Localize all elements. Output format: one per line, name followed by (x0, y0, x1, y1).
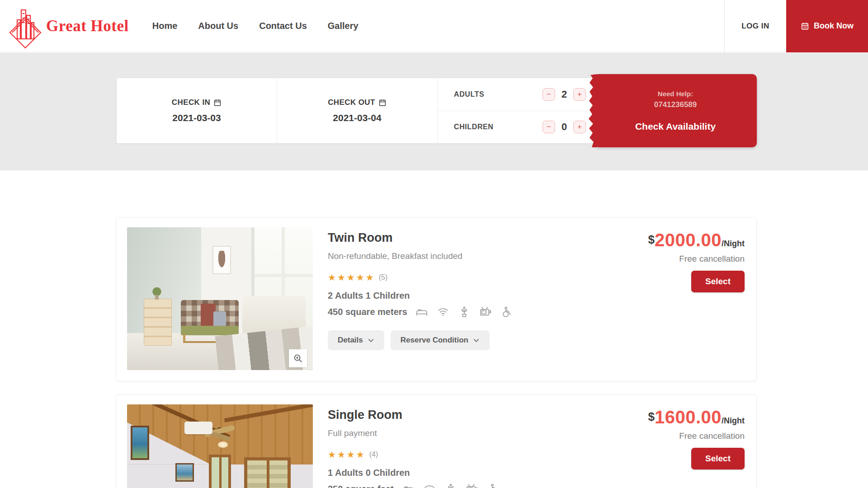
adults-decrement-button[interactable]: − (542, 88, 555, 101)
price-amount: 1600.00 (655, 407, 722, 427)
calendar-icon (213, 99, 222, 107)
check-availability-button[interactable]: Check Availability (635, 121, 716, 132)
hotel-buildings-icon (7, 4, 43, 49)
check-in-field[interactable]: CHECK IN 2021-03-03 (117, 78, 277, 143)
adults-row: ADULTS − 2 + (438, 78, 596, 111)
adults-count: 2 (561, 89, 568, 100)
check-availability-panel: Need Help: 0741236589 Check Availability (594, 74, 757, 147)
currency-symbol: $ (648, 233, 654, 246)
details-label: Details (338, 336, 363, 345)
nav-item-home[interactable]: Home (152, 21, 178, 31)
check-in-date[interactable]: 2021-03-03 (172, 113, 221, 123)
book-now-label: Book Now (814, 21, 854, 31)
tv-icon (479, 305, 492, 318)
wheelchair-icon (487, 483, 500, 488)
need-help-label: Need Help: (658, 90, 693, 98)
children-count: 0 (561, 121, 568, 133)
room-occupancy: 2 Adults 1 Children (328, 291, 607, 301)
price-amount: 2000.00 (655, 230, 722, 250)
room-rating: ★★★★ (4) (328, 449, 607, 460)
children-row: CHILDREN − 0 + (438, 111, 596, 144)
price-line: $2000.00/Night (607, 230, 745, 250)
reserve-condition-label: Reserve Condition (401, 336, 468, 345)
room-description: Non-refundable, Breakfast included (328, 251, 607, 261)
tv-icon (466, 483, 478, 488)
help-phone-number: 0741236589 (654, 100, 697, 109)
room-size-row: 350 square feet (328, 483, 607, 488)
room-card-twin: Twin Room Non-refundable, Breakfast incl… (116, 217, 757, 381)
room-name: Twin Room (328, 231, 607, 245)
children-label: CHILDREN (454, 123, 493, 131)
nav-item-contact[interactable]: Contact Us (259, 21, 307, 31)
per-night-label: /Night (722, 239, 745, 248)
nav-item-gallery[interactable]: Gallery (328, 21, 359, 31)
check-in-label: CHECK IN (172, 98, 210, 107)
room-size: 350 square feet (328, 484, 394, 488)
plant-icon (444, 483, 457, 488)
wheelchair-icon (500, 305, 513, 318)
availability-search-section: CHECK IN 2021-03-03 CHECK OUT 2021-03-04… (0, 53, 868, 170)
bed-icon (402, 483, 415, 488)
login-button[interactable]: LOG IN (725, 0, 786, 52)
children-stepper: − 0 + (542, 121, 586, 133)
amenities-icons (415, 305, 513, 318)
brand-logo[interactable]: Great Hotel (7, 4, 129, 49)
availability-search-card: CHECK IN 2021-03-03 CHECK OUT 2021-03-04… (117, 78, 757, 143)
children-decrement-button[interactable]: − (542, 121, 555, 133)
room-occupancy: 1 Adults 0 Children (328, 468, 607, 478)
room-photo-single[interactable] (127, 404, 313, 488)
wifi-icon (437, 305, 449, 318)
reserve-condition-dropdown-button[interactable]: Reserve Condition (391, 330, 490, 350)
room-info: Twin Room Non-refundable, Breakfast incl… (328, 218, 607, 381)
star-icons: ★★★★★ (328, 272, 375, 283)
room-price-block: $1600.00/Night Free cancellation Select (607, 395, 756, 488)
room-results-list: Twin Room Non-refundable, Breakfast incl… (0, 170, 868, 488)
chevron-down-icon (473, 337, 480, 344)
top-navigation-bar: Great Hotel Home About Us Contact Us Gal… (0, 0, 868, 52)
header-actions: LOG IN Book Now (724, 0, 868, 52)
room-info: Single Room Full payment ★★★★ (4) 1 Adul… (328, 395, 607, 488)
check-out-date[interactable]: 2021-03-04 (333, 113, 381, 123)
room-description: Full payment (328, 428, 607, 438)
cancellation-note: Free cancellation (607, 254, 745, 264)
wifi-icon (423, 483, 436, 488)
currency-symbol: $ (648, 410, 654, 423)
bed-icon (415, 305, 428, 318)
photo-zoom-button[interactable] (289, 349, 307, 367)
room-size-row: 450 square meters (328, 305, 607, 318)
select-room-button[interactable]: Select (691, 271, 745, 292)
select-room-button[interactable]: Select (691, 448, 745, 469)
main-nav: Home About Us Contact Us Gallery (152, 21, 359, 31)
room-name: Single Room (328, 408, 607, 422)
cancellation-note: Free cancellation (607, 431, 745, 441)
adults-label: ADULTS (454, 90, 484, 99)
chevron-down-icon (368, 337, 374, 344)
calendar-icon (378, 99, 387, 107)
check-out-label: CHECK OUT (328, 98, 375, 107)
magnifier-plus-icon (293, 353, 303, 363)
room-size: 450 square meters (328, 307, 407, 317)
room-actions: Details Reserve Condition (328, 330, 607, 350)
plant-icon (458, 305, 471, 318)
check-out-field[interactable]: CHECK OUT 2021-03-04 (277, 78, 438, 143)
guests-panel: ADULTS − 2 + CHILDREN − 0 + (438, 78, 596, 143)
adults-stepper: − 2 + (542, 88, 586, 101)
per-night-label: /Night (722, 416, 745, 425)
star-icons: ★★★★ (328, 449, 366, 460)
details-dropdown-button[interactable]: Details (328, 330, 384, 350)
rating-count: (4) (369, 450, 378, 459)
room-rating: ★★★★★ (5) (328, 272, 607, 283)
adults-increment-button[interactable]: + (573, 88, 586, 101)
brand-name: Great Hotel (46, 17, 129, 35)
rating-count: (5) (379, 273, 388, 282)
calendar-icon (801, 22, 809, 30)
children-increment-button[interactable]: + (573, 121, 586, 133)
room-price-block: $2000.00/Night Free cancellation Select (607, 218, 756, 381)
room-photo-twin[interactable] (127, 227, 313, 370)
brush-edge-decoration (588, 74, 597, 147)
price-line: $1600.00/Night (607, 407, 745, 427)
nav-item-about[interactable]: About Us (198, 21, 238, 31)
book-now-button[interactable]: Book Now (786, 0, 868, 52)
room-card-single: Single Room Full payment ★★★★ (4) 1 Adul… (116, 394, 757, 488)
amenities-icons (402, 483, 500, 488)
